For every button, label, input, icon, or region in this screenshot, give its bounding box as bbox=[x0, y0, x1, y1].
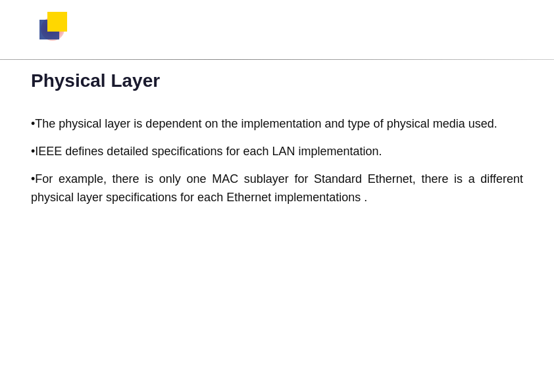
top-divider-line bbox=[0, 59, 554, 60]
bullet-text-3: •For example, there is only one MAC subl… bbox=[31, 170, 523, 207]
bullet-text-2: •IEEE defines detailed specifications fo… bbox=[31, 143, 523, 161]
content-area: •The physical layer is dependent on the … bbox=[31, 115, 523, 216]
bullet-text-1: •The physical layer is dependent on the … bbox=[31, 115, 523, 134]
logo-area bbox=[39, 12, 92, 61]
bullet-item-3: •For example, there is only one MAC subl… bbox=[31, 170, 523, 207]
bullet-item-2: •IEEE defines detailed specifications fo… bbox=[31, 143, 523, 161]
logo-icon bbox=[39, 12, 79, 51]
logo-square-yellow bbox=[47, 12, 67, 32]
slide-container: Physical Layer •The physical layer is de… bbox=[0, 0, 554, 392]
slide-title: Physical Layer bbox=[31, 70, 160, 91]
bullet-item-1: •The physical layer is dependent on the … bbox=[31, 115, 523, 134]
